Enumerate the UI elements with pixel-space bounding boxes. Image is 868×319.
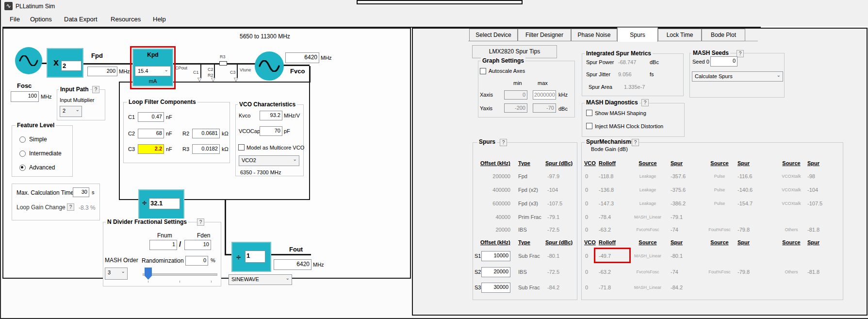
vco-select[interactable]: VCO2⌄: [239, 155, 299, 166]
spur-cell: -357.6: [671, 173, 686, 179]
xaxis-label: Xaxis: [480, 92, 493, 98]
source-header: Source: [700, 239, 739, 245]
kpd-annotation-box: [130, 46, 176, 89]
diagnostics-help-button[interactable]: ?: [641, 99, 649, 106]
r3-input[interactable]: 0.0182: [192, 144, 220, 154]
s1-offset-input[interactable]: 10000: [481, 251, 510, 261]
mash-seeds-help-button[interactable]: ?: [737, 50, 744, 57]
autoscale-checkbox[interactable]: [480, 68, 486, 74]
menu-file[interactable]: File: [6, 13, 24, 26]
mech-row: 0 -136.8 Leakage -375.6 Pulse -140.6 VCO…: [581, 187, 842, 197]
type-cell: Sub Frac: [518, 253, 540, 259]
vco-range-label: 5650 to 11300 MHz: [240, 33, 290, 40]
yaxis-max-input[interactable]: -70: [533, 103, 556, 113]
multicore-checkbox[interactable]: [238, 144, 245, 151]
tab-bode-plot[interactable]: Bode Plot: [702, 29, 745, 41]
output-divider-input[interactable]: 1: [245, 251, 265, 263]
fvco-unit: MHz: [321, 55, 332, 61]
vcocap-input[interactable]: 70: [260, 126, 282, 136]
menu-resources[interactable]: Resources: [107, 13, 145, 26]
radio-advanced-label: Advanced: [29, 164, 55, 171]
radio-intermediate[interactable]: [19, 151, 26, 157]
r3-field-label: R3: [182, 146, 189, 152]
r2-input[interactable]: 0.0681: [192, 129, 220, 138]
autoscale-label: Autoscale Axes: [489, 68, 525, 74]
source-cell: VCOXtalk: [771, 187, 811, 192]
spur-cell: -98: [807, 173, 815, 179]
randomization-input[interactable]: 0: [185, 256, 208, 266]
tab-filter-designer[interactable]: Filter Designer: [518, 29, 571, 41]
source-cell: Leakage: [628, 201, 668, 206]
input-multiplier-value[interactable]: 2: [61, 61, 82, 71]
xaxis-max-input[interactable]: 2000000: [533, 90, 556, 100]
n-frac-help-button[interactable]: ?: [197, 218, 204, 226]
input-multiplier-select[interactable]: 2⌄: [60, 106, 82, 117]
tab-spurs[interactable]: Spurs: [617, 27, 658, 42]
menu-data-export[interactable]: Data Export: [60, 13, 101, 26]
fout-input[interactable]: 6420: [274, 259, 311, 270]
source-cell: MASH_Linear: [628, 253, 668, 258]
calc-time-label: Max. Calculation Time: [16, 189, 74, 196]
vco-cell: 0: [585, 201, 588, 206]
spur-cell: -154.7: [737, 201, 753, 206]
xaxis-min-input[interactable]: 0: [504, 90, 527, 100]
calc-time-input[interactable]: 30: [73, 187, 89, 197]
sine-wave-icon: [259, 60, 280, 72]
xaxis-unit: kHz: [558, 92, 568, 98]
ground-icon: ▽: [211, 76, 215, 83]
randomization-slider-track[interactable]: [143, 273, 217, 276]
fden-input[interactable]: 10: [184, 240, 211, 250]
c1-unit: nF: [166, 114, 172, 120]
kvco-label: Kvco: [239, 113, 250, 118]
source-cell: Pulse: [700, 201, 739, 206]
loop-filter-title: Loop Filter Components: [127, 99, 197, 105]
slider-tick: [148, 281, 148, 283]
spur-row: 20000 IBS -72.5: [473, 227, 576, 236]
wire: [200, 64, 201, 78]
radio-advanced[interactable]: [19, 165, 26, 171]
radio-simple[interactable]: [19, 136, 26, 143]
c3-label: C3: [230, 70, 236, 75]
c1-input[interactable]: 0.47: [138, 112, 164, 122]
diagnostics-group: [582, 103, 685, 137]
waveform-select[interactable]: SINEWAVE⌄: [229, 274, 292, 285]
c2-input[interactable]: 68: [138, 129, 164, 138]
fosc-input[interactable]: 100: [11, 91, 39, 102]
input-path-help-button[interactable]: ?: [92, 86, 99, 93]
spur-cell: -140.6: [737, 187, 753, 193]
mash-order-select[interactable]: 3⌄: [105, 268, 128, 280]
yaxis-min-input[interactable]: -200: [504, 103, 527, 113]
n-divider-input[interactable]: 32.1: [149, 198, 180, 209]
spurs-help-button[interactable]: ?: [500, 139, 507, 146]
spur-tips-button[interactable]: LMX2820 Spur Tips: [472, 45, 557, 58]
tab-select-device[interactable]: Select Device: [469, 29, 518, 41]
c3-input[interactable]: 2.2: [138, 144, 164, 154]
menu-help[interactable]: Help: [149, 13, 170, 26]
fnum-input[interactable]: 1: [149, 240, 177, 250]
kvco-input[interactable]: 93.2: [260, 111, 282, 120]
tab-phase-noise[interactable]: Phase Noise: [571, 29, 617, 41]
mash-clock-checkbox[interactable]: [586, 123, 592, 129]
rolloff-cell: -118.8: [599, 173, 613, 179]
window-title: PLLatinum Sim: [16, 3, 55, 10]
menu-options[interactable]: Options: [26, 13, 56, 26]
fpd-label: Fpd: [91, 52, 103, 59]
source-header: Source: [628, 160, 668, 166]
source-cell: Fout%Fosc: [700, 227, 739, 232]
fpd-input[interactable]: 200: [87, 67, 117, 76]
calculate-spurs-select[interactable]: Calculate Spurs⌄: [692, 71, 783, 82]
seed0-input[interactable]: 0: [710, 56, 737, 67]
s2-offset-input[interactable]: 20000: [481, 267, 510, 277]
spur-header: Spur: [807, 160, 819, 166]
spur-s-row: S1 10000 Sub Frac -80.1: [473, 253, 576, 263]
yaxis-label: Yaxis: [480, 105, 492, 111]
tab-lock-time[interactable]: Lock Time: [658, 29, 702, 41]
fvco-input[interactable]: 6420: [285, 52, 319, 63]
loop-gain-value: -8.3 %: [79, 204, 96, 211]
s3-offset-input[interactable]: 30000: [481, 283, 510, 293]
rolloff-header: Rolloff: [599, 160, 616, 166]
loop-gain-help-button[interactable]: ?: [67, 203, 74, 211]
divide-sign: ÷: [142, 198, 147, 208]
mash-shaping-checkbox[interactable]: [586, 110, 592, 116]
mech-help-button[interactable]: ?: [632, 139, 639, 146]
